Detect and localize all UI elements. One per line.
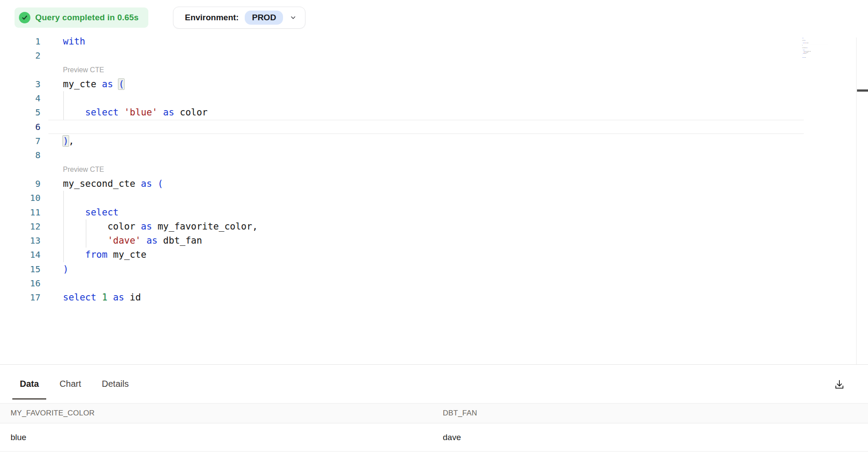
code-line: 12 color as my_favorite_color, [0,219,856,233]
code-text: select [48,205,856,219]
overview-ruler[interactable] [856,37,868,367]
code-line: 3my_cte as ( [0,77,856,91]
environment-label: Environment: [185,13,239,22]
chevron-down-icon [290,15,296,21]
code-text [48,120,804,134]
code-text [48,148,856,162]
code-token: select [85,107,119,118]
code-token: 'dave' [107,235,141,246]
code-token: my_second_cte [63,178,141,189]
code-text [48,91,856,105]
indent-guide [86,219,86,233]
query-status-badge: Query completed in 0.65s [15,7,148,28]
line-number: 12 [0,219,48,233]
tab-details[interactable]: Details [94,365,136,403]
code-token [63,249,85,260]
line-number: 8 [0,148,48,162]
code-token: ) [63,136,69,146]
code-text: with [48,34,856,48]
code-token: as [141,178,152,189]
line-number: 17 [0,290,48,304]
code-token [96,292,102,303]
indent-guide [86,233,86,248]
line-number: 4 [0,91,48,105]
table-cell: blue [0,423,432,452]
code-line: 10 [0,191,856,205]
code-line: 4 [0,91,856,105]
code-line: 11 select [0,205,856,219]
code-token: dbt_fan [158,235,202,246]
code-token: select [85,207,119,218]
table-row: bluedave [0,423,868,452]
preview-cte-link[interactable]: Preview CTE [48,63,856,77]
line-number: 6 [0,120,48,134]
code-line: 13 'dave' as dbt_fan [0,233,856,248]
check-circle-icon [19,12,30,23]
sql-editor[interactable]: 1with2Preview CTE3my_cte as (45 select '… [0,34,856,368]
code-text [48,276,856,290]
code-token: id [124,292,141,303]
code-text: ) [48,262,856,276]
line-number: 5 [0,105,48,119]
code-line: 17select 1 as id [0,290,856,304]
line-number [0,163,48,177]
environment-selector[interactable]: Environment: PROD [173,7,305,29]
line-number: 16 [0,276,48,290]
table-cell: dave [432,423,868,452]
download-results-button[interactable] [831,376,848,393]
code-text: color as my_favorite_color, [48,219,856,233]
code-line: 5 select 'blue' as color [0,105,856,119]
code-token [63,107,85,118]
code-token: select [63,292,96,303]
code-token: color [63,221,141,232]
code-token: as [113,292,124,303]
query-status-text: Query completed in 0.65s [35,13,139,22]
code-token [158,107,163,118]
code-line: 16 [0,276,856,290]
indent-guide [63,191,64,205]
top-status-bar: Query completed in 0.65s Environment: PR… [0,0,868,34]
line-number: 7 [0,134,48,148]
indent-guide [63,205,64,219]
code-text: from my_cte [48,248,856,262]
code-token: ( [158,178,163,189]
code-token: color [174,107,208,118]
code-line: 6 [0,120,856,134]
results-tab-bar: DataChartDetails [0,365,868,403]
tab-chart[interactable]: Chart [52,365,88,403]
line-number: 1 [0,34,48,48]
line-number: 13 [0,233,48,248]
results-table: MY_FAVORITE_COLORDBT_FAN bluedave [0,403,868,452]
code-token [152,178,158,189]
indent-guide [63,91,64,105]
code-line: 7), [0,134,856,148]
code-line: 2 [0,48,856,63]
code-token [141,235,147,246]
code-text [48,48,856,63]
code-token: my_favorite_color, [152,221,257,232]
code-line: 14 from my_cte [0,248,856,262]
code-lens-row: Preview CTE [0,163,856,177]
code-line: 15) [0,262,856,276]
code-token: my_cte [107,249,147,260]
code-line: 9my_second_cte as ( [0,177,856,191]
table-header-row: MY_FAVORITE_COLORDBT_FAN [0,404,868,423]
code-token: with [63,36,85,47]
cursor-position-marker [857,89,868,92]
preview-cte-link[interactable]: Preview CTE [48,163,856,177]
code-token: , [69,136,74,146]
indent-guide [63,105,64,119]
code-text: my_second_cte as ( [48,177,856,191]
code-token: my_cte [63,79,102,89]
tab-data[interactable]: Data [12,365,46,403]
download-icon [834,379,845,390]
line-number: 15 [0,262,48,276]
code-lens-row: Preview CTE [0,63,856,77]
code-token: 1 [102,292,108,303]
code-text: select 1 as id [48,290,856,304]
code-token: 'blue' [124,107,158,118]
code-line: 1with [0,34,856,48]
code-token [118,107,124,118]
line-number: 10 [0,191,48,205]
line-number: 14 [0,248,48,262]
